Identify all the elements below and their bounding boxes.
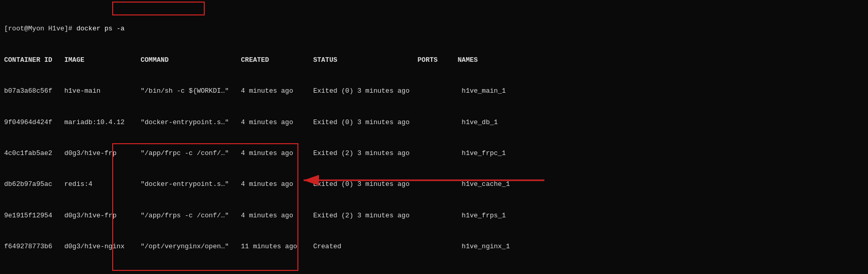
row-6: f649278773b6 d0g3/h1ve-nginx "/opt/veryn… bbox=[4, 242, 864, 252]
row-5: 9e1915f12954 d0g3/h1ve-frp "/app/frps -c… bbox=[4, 211, 864, 221]
prompt-0: [root@Myon H1ve]# bbox=[4, 25, 76, 32]
row-2: 9f04964d424f mariadb:10.4.12 "docker-ent… bbox=[4, 117, 864, 128]
header-row: CONTAINER ID IMAGE COMMAND CREATED STATU… bbox=[4, 55, 864, 65]
line-0: [root@Myon H1ve]# docker ps -a bbox=[4, 24, 864, 34]
row-1: b07a3a68c56f h1ve-main "/bin/sh -c ${WOR… bbox=[4, 86, 864, 96]
row-4: db62b97a95ac redis:4 "docker-entrypoint.… bbox=[4, 179, 864, 190]
terminal-output: [root@Myon H1ve]# docker ps -a CONTAINER… bbox=[0, 0, 868, 274]
cmd-0: docker ps -a bbox=[76, 25, 125, 32]
row-3: 4c0c1fab5ae2 d0g3/h1ve-frp "/app/frpc -c… bbox=[4, 148, 864, 159]
